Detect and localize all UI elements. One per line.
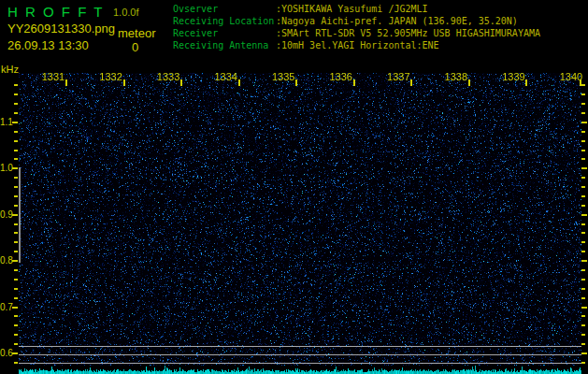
freq-tick <box>581 158 585 160</box>
time-tick-label: 1333 <box>153 71 183 82</box>
freq-tick <box>14 297 18 299</box>
freq-tick <box>14 324 18 326</box>
info-value: :SMArt RTL-SDR V5 52.905MHz USB HIGASHIM… <box>276 27 540 39</box>
freq-tick <box>581 251 585 252</box>
freq-tick <box>581 343 585 345</box>
info-row-0: Ovserver:YOSHIKAWA Yasufumi /JG2MLI <box>173 3 540 15</box>
freq-tick <box>581 307 587 309</box>
meteor-counter-label: meteor <box>118 26 155 40</box>
freq-tick <box>581 112 585 114</box>
time-tick-label: 1331 <box>38 71 68 82</box>
time-tick-label: 1340 <box>556 71 586 82</box>
freq-tick <box>14 131 18 133</box>
info-label: Receiving Location <box>173 15 276 27</box>
signal-level-trace <box>19 366 581 374</box>
freq-tick <box>581 315 585 317</box>
observation-info-table: Ovserver:YOSHIKAWA Yasufumi /JG2MLIRecei… <box>173 3 540 51</box>
freq-tick <box>581 260 587 262</box>
freq-tick <box>581 241 585 243</box>
freq-tick <box>14 205 18 207</box>
freq-tick <box>581 297 585 299</box>
info-value: :Nagoya Aichi-pref. JAPAN (136.90E, 35.2… <box>276 15 518 27</box>
freq-tick <box>581 269 585 271</box>
freq-tick <box>581 186 585 188</box>
freq-tick <box>14 84 18 86</box>
time-tick-label: 1339 <box>498 71 528 82</box>
meteor-counter-value: 0 <box>132 40 138 54</box>
freq-tick <box>12 122 18 123</box>
freq-tick <box>581 150 585 151</box>
time-tick-label: 1332 <box>96 71 126 82</box>
time-tick-label: 1338 <box>441 71 471 82</box>
freq-tick <box>14 223 18 225</box>
freq-tick <box>14 150 18 151</box>
freq-tick <box>581 131 585 133</box>
freq-tick <box>14 279 18 280</box>
info-row-1: Receiving Location:Nagoya Aichi-pref. JA… <box>173 15 540 27</box>
app-version-label: 1.0.0f <box>113 7 139 18</box>
app-title: H R O F F T <box>7 4 104 20</box>
freq-tick <box>581 324 585 326</box>
freq-tick <box>581 94 585 95</box>
info-label: Ovserver <box>173 3 276 15</box>
freq-tick <box>581 84 585 86</box>
freq-tick <box>581 362 585 364</box>
freq-tick-label: 0.9 <box>0 209 12 220</box>
freq-tick <box>12 167 18 169</box>
freq-tick <box>12 307 18 309</box>
freq-tick <box>581 140 585 142</box>
freq-tick <box>581 177 585 179</box>
freq-tick <box>581 352 587 354</box>
freq-tick <box>14 232 18 234</box>
datetime-label: 26.09.13 13:30 <box>7 38 89 52</box>
reference-line <box>19 354 581 355</box>
freq-tick <box>14 140 18 142</box>
reference-line <box>19 346 581 347</box>
info-label: Receiving Antenna <box>173 39 276 51</box>
info-row-3: Receiving Antenna:10mH 3el.YAGI Horizont… <box>173 39 540 51</box>
freq-tick <box>14 186 18 188</box>
freq-tick <box>12 260 18 262</box>
time-tick-label: 1334 <box>211 71 241 82</box>
freq-tick <box>14 103 18 105</box>
freq-tick-label: 0.8 <box>0 255 12 266</box>
time-tick-label: 1335 <box>268 71 298 82</box>
freq-tick <box>12 352 18 354</box>
freq-tick <box>14 94 18 95</box>
freq-tick <box>581 103 585 105</box>
freq-tick <box>581 232 585 234</box>
freq-tick <box>14 315 18 317</box>
freq-tick <box>581 214 587 216</box>
freq-tick <box>581 205 585 207</box>
freq-tick <box>581 167 587 169</box>
freq-tick <box>14 177 18 179</box>
info-value: :YOSHIKAWA Yasufumi /JG2MLI <box>276 3 428 15</box>
info-label: Receiver <box>173 27 276 39</box>
freq-tick <box>14 288 18 290</box>
freq-tick <box>14 241 18 243</box>
time-tick-label: 1337 <box>383 71 413 82</box>
freq-tick-label: 1.1 <box>0 117 12 127</box>
freq-tick <box>14 195 18 197</box>
freq-tick <box>14 269 18 271</box>
freq-tick <box>14 251 18 252</box>
freq-tick <box>14 343 18 345</box>
freq-tick-label: 0.7 <box>0 302 12 312</box>
freq-tick <box>581 122 587 123</box>
freq-tick <box>581 288 585 290</box>
freq-tick-label: 1.0 <box>0 163 12 173</box>
freq-tick <box>14 334 18 336</box>
reference-line <box>19 363 581 364</box>
freq-tick <box>14 362 18 364</box>
freq-tick <box>14 158 18 160</box>
detection-band-line <box>19 167 21 263</box>
hrofft-screen: H R O F F T 1.0.0f YY2609131330.png mete… <box>0 0 588 374</box>
freq-tick <box>12 214 18 216</box>
freq-tick <box>14 112 18 114</box>
info-value: :10mH 3el.YAGI Horizontal:ENE <box>276 39 439 51</box>
freq-tick <box>581 195 585 197</box>
info-row-2: Receiver:SMArt RTL-SDR V5 52.905MHz USB … <box>173 27 540 39</box>
filename-label: YY2609131330.png <box>7 22 115 36</box>
freq-tick <box>581 223 585 225</box>
spectrogram-canvas <box>19 73 581 366</box>
